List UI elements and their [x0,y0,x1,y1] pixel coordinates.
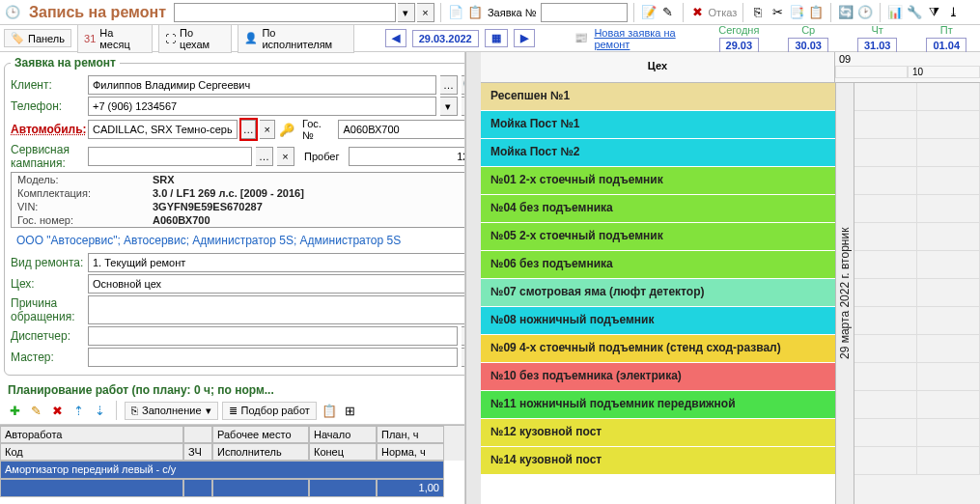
schedule-row[interactable]: Мойка Пост №2 [481,139,835,167]
date-tab[interactable]: Ср30.03 [788,24,828,53]
schedule-row[interactable]: №06 без подъемника [481,251,835,279]
phone-drop[interactable]: ▾ [440,97,458,116]
schedule-row[interactable]: №12 кузовной пост [481,419,835,447]
campaign-lookup[interactable]: … [256,147,273,166]
phone-input[interactable] [88,97,436,116]
edit-row-icon[interactable]: ✎ [27,402,44,419]
schedule-grid-row[interactable] [854,363,980,391]
schedule-row[interactable]: Ресепшен №1 [481,83,835,111]
schedule-grid-row[interactable] [854,111,980,139]
schedule-grid-row[interactable] [854,223,980,251]
client-lookup[interactable]: … [440,75,458,95]
dispatcher-input[interactable] [88,326,458,346]
schedule-row[interactable]: №05 2-х стоечный подъемник [481,223,835,251]
current-date[interactable]: 29.03.2022 [412,30,479,47]
edit-icon[interactable]: ✎ [659,4,677,21]
date-prev[interactable]: ◀ [385,29,406,47]
request-num-input[interactable] [541,3,628,22]
schedule-grid-row[interactable] [854,139,980,167]
schedule-grid-row[interactable] [854,279,980,307]
auto-input[interactable] [88,120,238,139]
schedule-row[interactable]: №11 ножничный подъемник передвижной [481,391,835,419]
filter-icon[interactable]: ⧩ [925,4,942,21]
schedule-grid-row[interactable] [854,447,980,475]
schedule-grid-row[interactable] [854,391,980,419]
refresh-icon[interactable]: 🔄 [837,4,854,21]
schedule-row[interactable]: №07 смотровая яма (люфт детектор) [481,279,835,307]
history-icon[interactable]: 🕑 [856,4,874,21]
campaign-clear[interactable]: × [277,147,294,166]
export-icon[interactable]: ⤓ [944,4,962,21]
pick-button[interactable]: ≣Подбор работ [222,402,317,420]
schedule-row[interactable]: №14 кузовной пост [481,447,835,475]
list-icon[interactable]: ⎘ [749,4,767,21]
main-combo-clear[interactable]: × [417,3,434,22]
key-icon[interactable]: 🔑 [279,121,294,138]
paste-icon[interactable]: 📋 [807,4,825,21]
schedule-grid-row[interactable] [854,195,980,223]
sep [683,3,684,22]
date-cal[interactable]: ▦ [485,29,508,47]
mileage-input[interactable] [349,147,465,166]
plan-title: Планирование работ (по плану: 0 ч; по но… [0,379,464,401]
client-input[interactable] [88,75,436,95]
gc-name: Амортизатор передний левый - с/у [0,461,444,479]
add-icon[interactable]: ✚ [6,402,23,419]
pick-icon: ≣ [229,405,238,417]
copy-icon[interactable]: 📑 [788,4,805,21]
main-search-combo[interactable] [174,3,396,22]
grid-row-selected[interactable]: Амортизатор передний левый - с/у [0,461,464,479]
client-label: Клиент: [11,78,84,92]
date-next[interactable]: ▶ [514,29,535,47]
layout-icon[interactable]: ⊞ [342,402,359,419]
new-request-link[interactable]: Новая заявка на ремонт [594,27,713,50]
schedule-grid-row[interactable] [854,167,980,195]
schedule-row[interactable]: №10 без подъемника (электрика) [481,363,835,391]
schedule-grid-row[interactable] [854,335,980,363]
work-grid[interactable]: Авторабота Рабочее место Начало План, ч … [0,425,464,497]
schedule-row[interactable]: №08 ножничный подъемник [481,307,835,335]
schedule-grid-row[interactable] [854,251,980,279]
cut-icon[interactable]: ✂ [769,4,786,21]
schedule-date-side: 29 марта 2022 г. вторник [835,83,854,504]
schedule-row[interactable]: №09 4-х стоечный подъемник (стенд сход-р… [481,335,835,363]
scrollbar-left[interactable] [465,52,481,504]
clipboard-icon[interactable]: 📋 [466,4,484,21]
down-icon[interactable]: ⇣ [91,402,108,419]
schedule-row[interactable]: №01 2-х стоечный подъемник [481,167,835,195]
by-exec-view[interactable]: 👤По исполнителям [238,24,353,53]
schedule-grid-row[interactable] [854,307,980,335]
gosno-input[interactable] [338,120,465,139]
date-tab[interactable]: Сегодня29.03 [718,24,759,53]
main-combo-drop[interactable]: ▾ [398,3,415,22]
auto-clear[interactable]: × [260,120,274,139]
auto-lookup[interactable]: … [241,120,256,139]
equip-label: Комплектация: [17,187,153,199]
refuse-button[interactable]: Отказ [709,7,738,18]
schedule-grid-row[interactable] [854,419,980,447]
by-workshop-view[interactable]: ⛶По цехам [158,24,232,53]
fill-icon: ⎘ [131,405,138,416]
panel-toggle[interactable]: 🏷️Панель [4,29,71,47]
schedule-grid-row[interactable] [854,83,980,111]
reason-input[interactable] [88,295,465,324]
date-tab[interactable]: Пт01.04 [926,24,966,53]
delete-icon[interactable]: ✖ [48,402,66,419]
master-input[interactable] [88,348,458,367]
schedule-time-grid[interactable] [854,83,980,504]
doc-icon[interactable]: 📝 [640,4,658,21]
chart-icon[interactable]: 📊 [886,4,904,21]
campaign-input[interactable] [88,147,252,166]
tools-icon[interactable]: 🔧 [906,4,923,21]
schedule-row[interactable]: Мойка Пост №1 [481,111,835,139]
schedule-row[interactable]: №04 без подъемника [481,195,835,223]
template-icon[interactable]: 📄 [447,4,464,21]
date-tab[interactable]: Чт31.03 [857,24,898,53]
repair-type-input[interactable] [88,253,465,272]
up-icon[interactable]: ⇡ [70,402,87,419]
grid-row-selected-2[interactable]: 1,00 [0,479,464,497]
copy-plan-icon[interactable]: 📋 [321,402,338,419]
month-view[interactable]: 31На месяц [77,24,153,53]
fill-button[interactable]: ⎘Заполнение▾ [125,402,218,420]
workshop-input[interactable] [88,274,465,294]
